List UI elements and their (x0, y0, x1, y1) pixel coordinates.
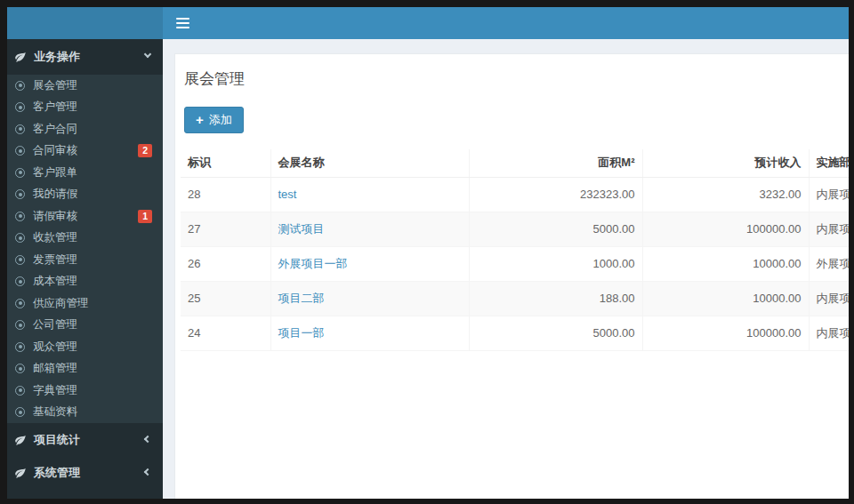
sidebar-item[interactable]: 合同审核 2 (7, 140, 163, 163)
dot-circle-icon (15, 124, 25, 134)
exhibition-link[interactable]: test (278, 188, 297, 201)
sidebar-item-label: 展会管理 (33, 78, 77, 93)
sidebar-item-label: 成本管理 (33, 274, 77, 289)
logo-area (7, 7, 163, 39)
sidebar-item[interactable]: 客户管理 (7, 97, 163, 119)
cell-name: 项目二部 (270, 281, 469, 316)
exhibition-link[interactable]: 测试项目 (278, 222, 325, 236)
dot-circle-icon (15, 81, 25, 91)
sidebar-item[interactable]: 成本管理 (7, 271, 163, 293)
cell-income: 10000.00 (642, 246, 809, 281)
dot-circle-icon (15, 212, 25, 221)
sidebar-item[interactable]: 公司管理 (7, 315, 163, 337)
dot-circle-icon (15, 189, 25, 199)
dot-circle-icon (15, 364, 25, 373)
cell-dept: 内展项目 (809, 281, 849, 316)
cell-dept: 内展项目 (809, 212, 849, 246)
cell-name: 外展项目一部 (270, 246, 469, 281)
column-header-income: 预计收入 (642, 149, 809, 177)
sidebar-section-label: 项目统计 (34, 432, 80, 448)
sidebar-item[interactable]: 字典管理 (7, 380, 163, 402)
sidebar-item-label: 邮箱管理 (33, 361, 77, 376)
page-title: 展会管理 (184, 68, 849, 89)
cell-id: 26 (181, 246, 270, 281)
table-row: 27 测试项目 5000.00 100000.00 内展项目 (181, 212, 849, 246)
exhibition-panel: 展会管理 添加 标识 会展名称 面积M² 预计收入 (174, 53, 849, 499)
sidebar-item[interactable]: 客户合同 (7, 118, 163, 140)
sidebar-item-label: 公司管理 (33, 317, 77, 332)
table-row: 24 项目一部 5000.00 100000.00 内展项目 (181, 316, 849, 350)
sidebar-item-label: 请假审核 (33, 209, 77, 224)
dot-circle-icon (15, 276, 25, 286)
sidebar-item[interactable]: 发票管理 (7, 249, 163, 271)
sidebar-item[interactable]: 客户跟单 (7, 162, 163, 184)
sidebar-item-label: 供应商管理 (33, 296, 89, 311)
plus-icon (196, 114, 204, 127)
sidebar-item-label: 客户合同 (33, 122, 77, 137)
exhibition-link[interactable]: 项目二部 (278, 292, 325, 305)
sidebar-item[interactable]: 观众管理 (7, 336, 163, 358)
app-window: 业务操作 展会管理 客户管理 客户合同 (7, 7, 849, 499)
cell-id: 28 (181, 177, 270, 212)
cell-area: 5000.00 (469, 316, 642, 350)
dot-circle-icon (15, 407, 25, 417)
sidebar-section-label: 系统管理 (34, 465, 80, 481)
exhibition-table-wrap: 标识 会展名称 面积M² 预计收入 实施部门 28 test (181, 149, 849, 351)
cell-income: 100000.00 (642, 316, 809, 350)
cell-name: test (270, 177, 469, 212)
exhibition-link[interactable]: 项目一部 (278, 326, 325, 340)
dot-circle-icon (15, 386, 25, 396)
sidebar-section-project-stats[interactable]: 项目统计 (7, 423, 163, 456)
sidebar-section-system-mgmt[interactable]: 系统管理 (7, 456, 163, 489)
cell-income: 10000.00 (642, 281, 809, 316)
sidebar-item[interactable]: 收款管理 (7, 228, 163, 250)
leaf-icon (14, 434, 27, 446)
cell-dept: 内展项目 (809, 316, 849, 350)
notification-badge: 1 (138, 210, 152, 223)
dot-circle-icon (15, 102, 25, 112)
cell-id: 27 (181, 212, 270, 246)
sidebar-item[interactable]: 我的请假 (7, 184, 163, 206)
sidebar-item-label: 观众管理 (33, 340, 77, 355)
sidebar-item[interactable]: 供应商管理 (7, 292, 163, 315)
sidebar-section-business-ops[interactable]: 业务操作 (7, 39, 163, 75)
column-header-id: 标识 (181, 149, 270, 177)
sidebar-item[interactable]: 基础资料 (7, 402, 163, 424)
table-header-row: 标识 会展名称 面积M² 预计收入 实施部门 (181, 149, 849, 177)
hamburger-icon (176, 18, 189, 28)
sidebar-submenu: 展会管理 客户管理 客户合同 合同审核 (7, 75, 163, 423)
dot-circle-icon (15, 342, 25, 352)
sidebar-section-label: 业务操作 (34, 49, 80, 65)
cell-area: 1000.00 (469, 246, 642, 281)
add-button[interactable]: 添加 (184, 107, 244, 133)
column-header-name: 会展名称 (270, 149, 469, 177)
exhibition-table: 标识 会展名称 面积M² 预计收入 实施部门 28 test (181, 149, 849, 351)
sidebar-item-label: 客户跟单 (33, 165, 77, 180)
sidebar-item[interactable]: 展会管理 (7, 75, 163, 97)
dot-circle-icon (15, 168, 25, 178)
cell-area: 188.00 (469, 281, 642, 316)
notification-badge: 2 (138, 144, 152, 157)
sidebar-item-label: 基础资料 (33, 404, 77, 420)
cell-income: 100000.00 (642, 212, 809, 246)
table-row: 28 test 232323.00 3232.00 内展项目 (181, 177, 849, 212)
dot-circle-icon (15, 255, 25, 265)
sidebar-item[interactable]: 请假审核 1 (7, 205, 163, 228)
column-header-dept: 实施部门 (809, 149, 849, 177)
cell-area: 232323.00 (469, 177, 642, 212)
sidebar-toggle-button[interactable] (163, 7, 202, 39)
top-navbar (7, 7, 849, 39)
leaf-icon (14, 51, 27, 63)
chevron-left-icon (144, 468, 151, 476)
chevron-left-icon (144, 436, 151, 443)
cell-dept: 外展项目 (809, 246, 849, 281)
cell-area: 5000.00 (469, 212, 642, 246)
column-header-area: 面积M² (469, 149, 642, 177)
dot-circle-icon (15, 320, 25, 330)
sidebar-item-label: 收款管理 (33, 230, 77, 245)
exhibition-link[interactable]: 外展项目一部 (278, 257, 348, 270)
leaf-icon (14, 467, 27, 479)
cell-id: 25 (181, 281, 270, 316)
cell-name: 项目一部 (270, 316, 469, 350)
sidebar-item[interactable]: 邮箱管理 (7, 358, 163, 380)
